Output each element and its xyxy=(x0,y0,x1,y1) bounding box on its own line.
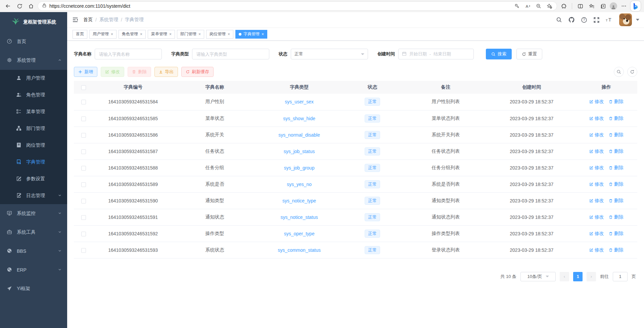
delete-button[interactable]: 删除 xyxy=(128,67,151,77)
browser-profile-icon[interactable] xyxy=(610,2,617,10)
page-size-select[interactable]: 10条/页 xyxy=(520,272,556,281)
close-icon[interactable]: × xyxy=(262,32,264,37)
search-button[interactable]: 搜索 xyxy=(486,49,512,59)
sidebar-item-home[interactable]: 首页 xyxy=(0,32,67,51)
refresh-cache-button[interactable]: 刷新缓存 xyxy=(181,67,214,77)
close-icon[interactable]: × xyxy=(198,32,201,37)
select-all-checkbox[interactable] xyxy=(81,85,86,90)
header-search-icon[interactable] xyxy=(556,17,562,23)
sidebar-item-dict[interactable]: 字典管理 xyxy=(0,154,67,171)
favorites-icon[interactable] xyxy=(587,1,596,11)
tab-menus[interactable]: 菜单管理× xyxy=(148,30,175,39)
refresh-table-icon[interactable] xyxy=(627,67,637,77)
fullscreen-icon[interactable] xyxy=(593,17,600,23)
sidebar-item-tools[interactable]: 系统工具 xyxy=(0,223,67,242)
tab-dict[interactable]: 字典管理× xyxy=(235,30,267,39)
avatar-caret-icon[interactable] xyxy=(636,19,639,21)
back-icon[interactable] xyxy=(3,1,13,11)
row-checkbox[interactable] xyxy=(81,182,86,187)
dict-type-link[interactable]: sys_oper_type xyxy=(284,231,315,236)
row-delete-link[interactable]: 删除 xyxy=(609,165,624,171)
close-icon[interactable]: × xyxy=(169,32,172,37)
dict-type-link[interactable]: sys_yes_no xyxy=(287,182,312,187)
tab-home[interactable]: 首页 xyxy=(73,30,87,39)
sidebar-collapse-icon[interactable] xyxy=(72,16,79,23)
row-checkbox[interactable] xyxy=(81,232,86,236)
zoom-out-icon[interactable] xyxy=(534,1,543,11)
add-button[interactable]: 新增 xyxy=(74,67,97,77)
dict-type-link[interactable]: sys_job_group xyxy=(284,165,315,171)
address-bar[interactable]: https://ccnetcore.com:1101/system/dict A xyxy=(38,1,557,11)
dict-type-link[interactable]: sys_notice_status xyxy=(281,215,318,220)
show-search-toggle-icon[interactable] xyxy=(614,67,624,77)
row-edit-link[interactable]: 修改 xyxy=(589,99,604,105)
row-delete-link[interactable]: 删除 xyxy=(609,132,624,138)
sidebar-item-users[interactable]: 用户管理 xyxy=(0,70,67,87)
row-checkbox[interactable] xyxy=(81,100,86,104)
user-avatar[interactable] xyxy=(619,13,632,26)
home-icon[interactable] xyxy=(26,1,36,11)
app-logo[interactable]: 意框架管理系统 xyxy=(0,12,67,32)
split-screen-icon[interactable] xyxy=(576,1,585,11)
bing-chat-icon[interactable] xyxy=(631,1,641,11)
date-range-picker[interactable]: 开始日期 - 结束日期 xyxy=(398,49,474,59)
url-text[interactable]: https://ccnetcore.com:1101/system/dict xyxy=(49,3,510,9)
collections-icon[interactable] xyxy=(598,1,608,11)
row-edit-link[interactable]: 修改 xyxy=(589,115,604,122)
row-checkbox[interactable] xyxy=(81,199,86,203)
row-checkbox[interactable] xyxy=(81,149,86,154)
sidebar-item-yi-framework[interactable]: Yi框架 xyxy=(0,279,67,298)
sidebar-item-monitor[interactable]: 系统监控 xyxy=(0,204,67,223)
row-delete-link[interactable]: 删除 xyxy=(609,99,624,105)
row-edit-link[interactable]: 修改 xyxy=(589,231,604,237)
tab-posts[interactable]: 岗位管理× xyxy=(206,30,233,39)
help-icon[interactable]: ? xyxy=(581,17,587,23)
font-size-icon[interactable]: TT xyxy=(606,17,613,23)
row-edit-link[interactable]: 修改 xyxy=(589,181,604,187)
sidebar-item-posts[interactable]: 岗位管理 xyxy=(0,137,67,154)
sidebar-item-erp[interactable]: ERP xyxy=(0,261,67,279)
sidebar-item-params[interactable]: 参数设置 xyxy=(0,171,67,187)
tab-roles[interactable]: 角色管理× xyxy=(119,30,146,39)
reload-icon[interactable] xyxy=(15,1,24,11)
sidebar-item-bbs[interactable]: BBS xyxy=(0,242,67,261)
export-button[interactable]: 导出 xyxy=(154,67,178,77)
extensions-icon[interactable] xyxy=(559,1,568,11)
dict-type-link[interactable]: sys_notice_type xyxy=(282,198,316,203)
reset-button[interactable]: 重置 xyxy=(516,49,542,59)
sidebar-item-logs[interactable]: 日志管理 xyxy=(0,187,67,204)
row-edit-link[interactable]: 修改 xyxy=(589,148,604,154)
dict-name-input[interactable] xyxy=(95,49,162,59)
read-aloud-icon[interactable]: A xyxy=(523,1,533,11)
page-number-1[interactable]: 1 xyxy=(573,272,583,281)
dict-type-link[interactable]: sys_user_sex xyxy=(285,99,314,104)
dict-type-link[interactable]: sys_job_status xyxy=(284,149,315,154)
next-page-button[interactable]: › xyxy=(587,272,596,281)
row-delete-link[interactable]: 删除 xyxy=(609,198,624,204)
row-delete-link[interactable]: 删除 xyxy=(609,214,624,220)
status-select[interactable]: 正常 xyxy=(291,49,368,59)
tab-users[interactable]: 用户管理× xyxy=(89,30,117,39)
sidebar-item-departments[interactable]: 部门管理 xyxy=(0,120,67,137)
row-delete-link[interactable]: 删除 xyxy=(609,148,624,154)
row-edit-link[interactable]: 修改 xyxy=(589,132,604,138)
github-icon[interactable] xyxy=(568,16,575,23)
row-checkbox[interactable] xyxy=(81,166,86,171)
breadcrumb-home[interactable]: 首页 xyxy=(83,17,93,23)
row-delete-link[interactable]: 删除 xyxy=(609,181,624,187)
row-edit-link[interactable]: 修改 xyxy=(589,214,604,220)
row-checkbox[interactable] xyxy=(81,133,86,138)
prev-page-button[interactable]: ‹ xyxy=(560,272,569,281)
settings-dots-icon[interactable] xyxy=(619,1,629,11)
close-icon[interactable]: × xyxy=(228,32,230,37)
favorite-add-icon[interactable] xyxy=(545,1,554,11)
sidebar-item-roles[interactable]: 角色管理 xyxy=(0,87,67,103)
goto-page-input[interactable] xyxy=(613,272,628,281)
row-edit-link[interactable]: 修改 xyxy=(589,247,604,253)
row-checkbox[interactable] xyxy=(81,215,86,220)
row-edit-link[interactable]: 修改 xyxy=(589,165,604,171)
close-icon[interactable]: × xyxy=(140,32,142,37)
row-delete-link[interactable]: 删除 xyxy=(609,231,624,237)
sidebar-item-menus[interactable]: 菜单管理 xyxy=(0,103,67,120)
close-icon[interactable]: × xyxy=(111,32,113,37)
